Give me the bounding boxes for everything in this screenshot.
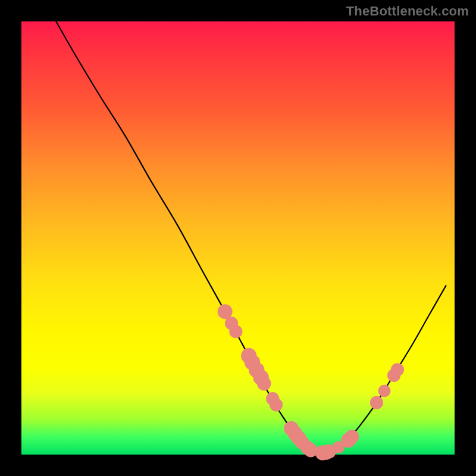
curve-markers xyxy=(218,304,404,460)
curve-marker xyxy=(391,363,404,376)
curve-marker xyxy=(270,398,283,411)
curve-marker xyxy=(229,325,242,338)
curve-marker xyxy=(345,430,359,444)
curve-marker xyxy=(257,377,271,391)
curve-marker xyxy=(378,385,391,397)
curve-marker xyxy=(218,304,233,319)
plot-svg xyxy=(21,21,455,455)
curve-marker xyxy=(370,396,383,409)
plot-area xyxy=(21,21,455,455)
watermark-text: TheBottleneck.com xyxy=(346,4,469,19)
